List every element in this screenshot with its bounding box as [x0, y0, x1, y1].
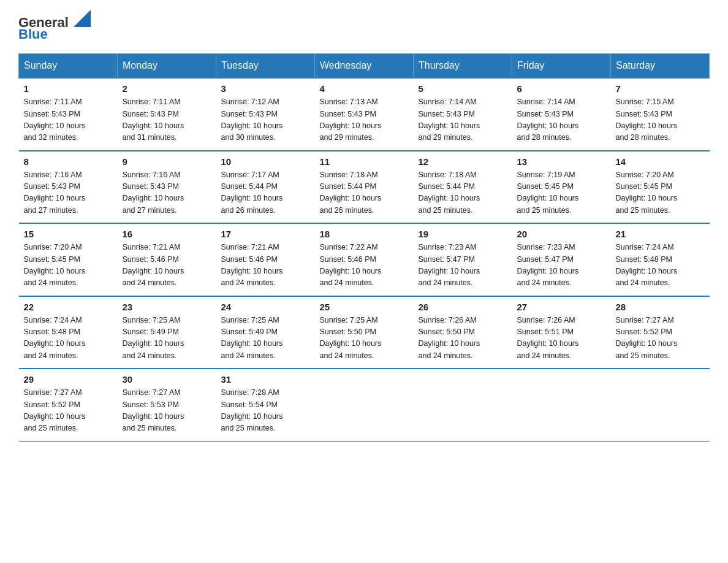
calendar-cell: 10 Sunrise: 7:17 AMSunset: 5:44 PMDaylig…: [216, 151, 315, 224]
day-info: Sunrise: 7:13 AMSunset: 5:43 PMDaylight:…: [320, 98, 382, 142]
day-info: Sunrise: 7:25 AMSunset: 5:49 PMDaylight:…: [221, 316, 283, 360]
calendar-cell: 18 Sunrise: 7:22 AMSunset: 5:46 PMDaylig…: [315, 224, 414, 296]
day-number: 22: [24, 302, 113, 312]
day-info: Sunrise: 7:27 AMSunset: 5:53 PMDaylight:…: [123, 388, 184, 432]
calendar-week-row: 1 Sunrise: 7:11 AMSunset: 5:43 PMDayligh…: [19, 78, 710, 151]
day-number: 23: [123, 302, 211, 312]
svg-marker-1: [74, 16, 86, 27]
calendar-cell: 15 Sunrise: 7:20 AMSunset: 5:45 PMDaylig…: [19, 224, 118, 296]
day-number: 3: [221, 83, 310, 94]
calendar-week-row: 22 Sunrise: 7:24 AMSunset: 5:48 PMDaylig…: [19, 297, 710, 369]
day-info: Sunrise: 7:21 AMSunset: 5:46 PMDaylight:…: [221, 243, 283, 287]
calendar-week-row: 29 Sunrise: 7:27 AMSunset: 5:52 PMDaylig…: [19, 369, 710, 441]
weekday-header-friday: Friday: [512, 54, 611, 79]
day-number: 31: [221, 374, 310, 385]
day-number: 16: [123, 229, 211, 239]
calendar-cell: 25 Sunrise: 7:25 AMSunset: 5:50 PMDaylig…: [315, 297, 414, 369]
weekday-header-sunday: Sunday: [19, 54, 118, 79]
day-number: 9: [123, 156, 211, 167]
calendar-cell: [611, 369, 710, 441]
weekday-header-wednesday: Wednesday: [315, 54, 414, 79]
day-info: Sunrise: 7:17 AMSunset: 5:44 PMDaylight:…: [221, 170, 283, 215]
calendar-cell: 20 Sunrise: 7:23 AMSunset: 5:47 PMDaylig…: [512, 224, 611, 296]
calendar-cell: [315, 369, 414, 441]
calendar-cell: 14 Sunrise: 7:20 AMSunset: 5:45 PMDaylig…: [611, 151, 710, 224]
calendar-cell: 5 Sunrise: 7:14 AMSunset: 5:43 PMDayligh…: [414, 78, 512, 151]
day-number: 11: [320, 156, 409, 167]
calendar-week-row: 15 Sunrise: 7:20 AMSunset: 5:45 PMDaylig…: [19, 224, 710, 296]
day-number: 6: [517, 83, 606, 94]
logo: General Blue: [18, 12, 91, 42]
day-info: Sunrise: 7:24 AMSunset: 5:48 PMDaylight:…: [24, 316, 86, 360]
calendar-cell: 24 Sunrise: 7:25 AMSunset: 5:49 PMDaylig…: [216, 297, 315, 369]
day-number: 4: [320, 83, 409, 94]
day-info: Sunrise: 7:18 AMSunset: 5:44 PMDaylight:…: [419, 170, 480, 215]
day-info: Sunrise: 7:22 AMSunset: 5:46 PMDaylight:…: [320, 243, 382, 287]
calendar-cell: 6 Sunrise: 7:14 AMSunset: 5:43 PMDayligh…: [512, 78, 611, 151]
day-number: 18: [320, 229, 409, 239]
day-number: 12: [419, 156, 507, 167]
logo-icon: [74, 10, 91, 27]
day-number: 8: [24, 156, 113, 167]
day-number: 25: [320, 302, 409, 312]
calendar-cell: 23 Sunrise: 7:25 AMSunset: 5:49 PMDaylig…: [118, 297, 216, 369]
calendar-cell: 11 Sunrise: 7:18 AMSunset: 5:44 PMDaylig…: [315, 151, 414, 224]
calendar-cell: 12 Sunrise: 7:18 AMSunset: 5:44 PMDaylig…: [414, 151, 512, 224]
day-info: Sunrise: 7:15 AMSunset: 5:43 PMDaylight:…: [616, 98, 678, 142]
day-info: Sunrise: 7:11 AMSunset: 5:43 PMDaylight:…: [123, 98, 184, 142]
day-info: Sunrise: 7:27 AMSunset: 5:52 PMDaylight:…: [616, 316, 678, 360]
weekday-header-tuesday: Tuesday: [216, 54, 315, 79]
calendar-cell: 28 Sunrise: 7:27 AMSunset: 5:52 PMDaylig…: [611, 297, 710, 369]
weekday-header-monday: Monday: [118, 54, 216, 79]
day-info: Sunrise: 7:20 AMSunset: 5:45 PMDaylight:…: [24, 243, 86, 287]
page-header: General Blue: [18, 12, 710, 42]
day-info: Sunrise: 7:12 AMSunset: 5:43 PMDaylight:…: [221, 98, 283, 142]
day-number: 2: [123, 83, 211, 94]
calendar-cell: 2 Sunrise: 7:11 AMSunset: 5:43 PMDayligh…: [118, 78, 216, 151]
day-number: 5: [419, 83, 507, 94]
day-info: Sunrise: 7:11 AMSunset: 5:43 PMDaylight:…: [24, 98, 86, 142]
calendar-cell: 9 Sunrise: 7:16 AMSunset: 5:43 PMDayligh…: [118, 151, 216, 224]
day-info: Sunrise: 7:23 AMSunset: 5:47 PMDaylight:…: [419, 243, 480, 287]
calendar-cell: 1 Sunrise: 7:11 AMSunset: 5:43 PMDayligh…: [19, 78, 118, 151]
weekday-header-row: SundayMondayTuesdayWednesdayThursdayFrid…: [19, 54, 710, 79]
calendar-cell: 22 Sunrise: 7:24 AMSunset: 5:48 PMDaylig…: [19, 297, 118, 369]
day-number: 24: [221, 302, 310, 312]
day-info: Sunrise: 7:23 AMSunset: 5:47 PMDaylight:…: [517, 243, 579, 287]
weekday-header-thursday: Thursday: [414, 54, 512, 79]
calendar-cell: 27 Sunrise: 7:26 AMSunset: 5:51 PMDaylig…: [512, 297, 611, 369]
day-info: Sunrise: 7:16 AMSunset: 5:43 PMDaylight:…: [24, 170, 86, 215]
day-info: Sunrise: 7:14 AMSunset: 5:43 PMDaylight:…: [517, 98, 579, 142]
day-number: 7: [616, 83, 705, 94]
calendar-cell: 13 Sunrise: 7:19 AMSunset: 5:45 PMDaylig…: [512, 151, 611, 224]
day-info: Sunrise: 7:27 AMSunset: 5:52 PMDaylight:…: [24, 388, 86, 432]
calendar-cell: 8 Sunrise: 7:16 AMSunset: 5:43 PMDayligh…: [19, 151, 118, 224]
day-info: Sunrise: 7:24 AMSunset: 5:48 PMDaylight:…: [616, 243, 678, 287]
day-info: Sunrise: 7:20 AMSunset: 5:45 PMDaylight:…: [616, 170, 678, 215]
calendar-cell: 30 Sunrise: 7:27 AMSunset: 5:53 PMDaylig…: [118, 369, 216, 441]
day-number: 19: [419, 229, 507, 239]
calendar-cell: 29 Sunrise: 7:27 AMSunset: 5:52 PMDaylig…: [19, 369, 118, 441]
day-number: 15: [24, 229, 113, 239]
day-number: 1: [24, 83, 113, 94]
day-number: 13: [517, 156, 606, 167]
day-number: 14: [616, 156, 705, 167]
calendar-cell: 31 Sunrise: 7:28 AMSunset: 5:54 PMDaylig…: [216, 369, 315, 441]
day-number: 21: [616, 229, 705, 239]
day-info: Sunrise: 7:16 AMSunset: 5:43 PMDaylight:…: [123, 170, 184, 215]
day-info: Sunrise: 7:26 AMSunset: 5:51 PMDaylight:…: [517, 316, 579, 360]
day-info: Sunrise: 7:14 AMSunset: 5:43 PMDaylight:…: [419, 98, 480, 142]
day-info: Sunrise: 7:26 AMSunset: 5:50 PMDaylight:…: [419, 316, 480, 360]
day-number: 27: [517, 302, 606, 312]
calendar-cell: 17 Sunrise: 7:21 AMSunset: 5:46 PMDaylig…: [216, 224, 315, 296]
day-info: Sunrise: 7:19 AMSunset: 5:45 PMDaylight:…: [517, 170, 579, 215]
calendar-cell: 21 Sunrise: 7:24 AMSunset: 5:48 PMDaylig…: [611, 224, 710, 296]
calendar-cell: 3 Sunrise: 7:12 AMSunset: 5:43 PMDayligh…: [216, 78, 315, 151]
day-info: Sunrise: 7:28 AMSunset: 5:54 PMDaylight:…: [221, 388, 283, 432]
day-number: 26: [419, 302, 507, 312]
calendar-cell: [512, 369, 611, 441]
calendar-cell: 4 Sunrise: 7:13 AMSunset: 5:43 PMDayligh…: [315, 78, 414, 151]
calendar-cell: 7 Sunrise: 7:15 AMSunset: 5:43 PMDayligh…: [611, 78, 710, 151]
day-number: 20: [517, 229, 606, 239]
day-info: Sunrise: 7:21 AMSunset: 5:46 PMDaylight:…: [123, 243, 184, 287]
